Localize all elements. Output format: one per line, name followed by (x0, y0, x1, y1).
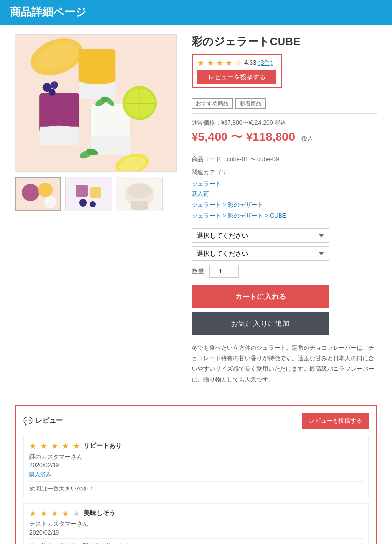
review-item-2: ★ ★ ★ ★ ★ 美味しそう テストカスタマーさん 2020/02/19 次に… (23, 503, 369, 544)
reviewer-1-name: 謎のカスタマーさん (29, 453, 363, 461)
review-1-purchased: 購入済み (29, 471, 363, 478)
svg-point-25 (49, 89, 56, 96)
tag-recommended: おすすめ商品 (192, 98, 233, 109)
svg-point-41 (127, 184, 152, 198)
star-2: ★ (207, 58, 214, 68)
star-3: ★ (216, 58, 223, 68)
svg-point-31 (22, 184, 39, 201)
r2-star-5-empty: ★ (73, 509, 80, 518)
r2-star-4: ★ (62, 509, 69, 518)
category-link-cube[interactable]: ジェラート > 彩のデザート > CUBE (192, 211, 377, 221)
svg-point-37 (79, 199, 87, 207)
product-name: 彩のジェラートCUBE (192, 34, 377, 50)
thumbnail-1[interactable] (15, 177, 61, 211)
reviewer-2-name: テストカスタマーさん (29, 520, 363, 528)
review-1-title: リピートあり (84, 441, 122, 450)
regular-price: 通常価格：¥37,800〜¥124,200 税込 (192, 119, 377, 127)
related-categories: 関連カテゴリ ジェラート 新入荷 ジェラート > 彩のデザート ジェラート > … (192, 168, 377, 221)
r2-star-3: ★ (51, 509, 58, 518)
post-review-button[interactable]: レビューを投稿する (302, 413, 369, 429)
reviews-section: 💬 レビュー レビューを投稿する ★ ★ ★ ★ ★ リピートあり 謎のカスタマ… (15, 405, 377, 544)
r1-star-5: ★ (73, 441, 80, 451)
product-description: 冬でも食べたい立方体のジェラート。定番のチョコフレーバーは、チョコレート特有の甘… (192, 343, 377, 385)
related-categories-title: 関連カテゴリ (192, 168, 377, 177)
category-link-new[interactable]: 新入荷 (192, 189, 377, 200)
tag-new: 新着商品 (235, 98, 266, 109)
rating-score: 4.33 (3件) (244, 58, 273, 67)
main-content: 彩のジェラートCUBE ★ ★ ★ ★ ☆ 4.33 (3件) レビュ (0, 25, 392, 544)
post-review-inline-button[interactable]: レビューを投稿する (197, 70, 276, 84)
svg-point-7 (79, 75, 115, 84)
page-header: 商品詳細ページ (0, 0, 392, 25)
thumbnail-3[interactable] (116, 177, 163, 211)
review-icon: 💬 (23, 416, 33, 426)
divider-1 (192, 113, 377, 114)
review-count-link[interactable]: (3件) (258, 59, 273, 66)
sale-price: ¥5,400 〜 ¥118,800 税込 (192, 129, 377, 145)
review-1-text: 次回は一番大きいのを！ (29, 481, 363, 493)
reviews-header: 💬 レビュー レビューを投稿する (23, 413, 369, 429)
divider-2 (192, 150, 377, 150)
product-code: 商品コード：cube-01 〜 cube-09 (192, 155, 377, 163)
category-link-colorful[interactable]: ジェラート > 彩のデザート (192, 200, 377, 211)
select-option-1[interactable]: 選択してください (192, 228, 329, 243)
reviews-title: 💬 レビュー (23, 416, 63, 426)
review-2-text: 次に注文するときに買おうと思います。 (29, 538, 363, 544)
r2-star-2: ★ (40, 509, 47, 518)
svg-point-38 (90, 201, 96, 207)
product-images (15, 34, 177, 395)
review-1-rating-row: ★ ★ ★ ★ ★ リピートあり (29, 441, 363, 451)
rating-area: ★ ★ ★ ★ ☆ 4.33 (3件) レビューを投稿する (192, 54, 282, 88)
svg-point-33 (44, 196, 56, 208)
main-product-image (15, 34, 177, 172)
r1-star-4: ★ (62, 441, 69, 451)
review-2-title: 美味しそう (84, 509, 115, 517)
product-tags: おすすめ商品 新着商品 (192, 98, 377, 109)
svg-rect-42 (131, 201, 148, 210)
review-2-date: 2020/02/19 (29, 529, 363, 536)
select-option-2[interactable]: 選択してください (192, 246, 329, 261)
review-item-1: ★ ★ ★ ★ ★ リピートあり 謎のカスタマーさん 2020/02/19 購入… (23, 436, 369, 498)
svg-point-32 (38, 183, 53, 197)
category-link-gelato[interactable]: ジェラート (192, 179, 377, 190)
wishlist-button[interactable]: お気に入りに追加 (192, 312, 329, 335)
product-info: 彩のジェラートCUBE ★ ★ ★ ★ ☆ 4.33 (3件) レビュ (192, 34, 377, 395)
review-1-date: 2020/02/19 (29, 462, 363, 469)
svg-rect-36 (90, 187, 101, 198)
quantity-row: 数量 (192, 265, 377, 278)
cart-button[interactable]: カートに入れる (192, 285, 329, 308)
svg-rect-34 (66, 177, 112, 211)
star-4: ★ (225, 58, 232, 68)
stars-row: ★ ★ ★ ★ ☆ 4.33 (3件) (197, 58, 276, 68)
r1-star-2: ★ (40, 441, 47, 451)
svg-rect-35 (76, 185, 88, 197)
r1-star-3: ★ (51, 441, 58, 451)
quantity-label: 数量 (192, 267, 204, 276)
svg-point-24 (51, 81, 58, 89)
select-row-1: 選択してください (192, 228, 377, 243)
svg-rect-11 (40, 127, 79, 145)
product-top: 彩のジェラートCUBE ★ ★ ★ ★ ☆ 4.33 (3件) レビュ (15, 34, 377, 395)
tax-label: 税込 (301, 136, 313, 142)
select-row-2: 選択してください (192, 246, 377, 261)
star-half: ☆ (235, 58, 242, 68)
thumbnail-2[interactable] (65, 177, 112, 211)
r1-star-1: ★ (29, 441, 36, 451)
r2-star-1: ★ (29, 509, 36, 518)
quantity-input[interactable] (209, 265, 239, 278)
product-thumbnails (15, 177, 177, 211)
review-2-rating-row: ★ ★ ★ ★ ★ 美味しそう (29, 509, 363, 518)
star-1: ★ (197, 58, 204, 68)
page-title: 商品詳細ページ (10, 5, 382, 20)
